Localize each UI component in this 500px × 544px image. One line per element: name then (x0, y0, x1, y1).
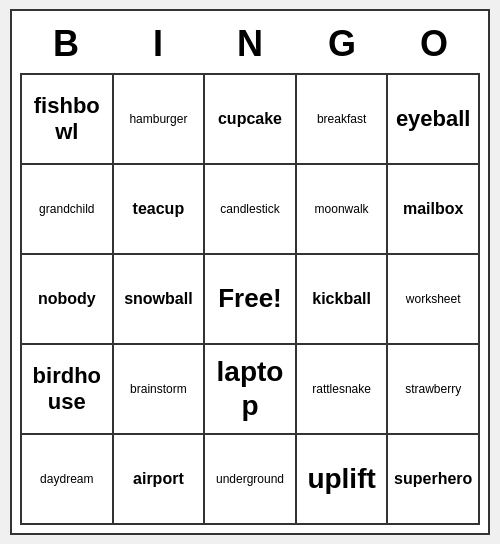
bingo-cell: daydream (22, 435, 114, 525)
cell-text: worksheet (406, 292, 461, 306)
bingo-cell: worksheet (388, 255, 480, 345)
bingo-cell: moonwalk (297, 165, 389, 255)
bingo-cell: brainstorm (114, 345, 206, 435)
bingo-cell: teacup (114, 165, 206, 255)
bingo-cell: kickball (297, 255, 389, 345)
cell-text: cupcake (218, 109, 282, 128)
cell-text: Free! (218, 283, 282, 314)
bingo-cell: rattlesnake (297, 345, 389, 435)
cell-text: snowball (124, 289, 192, 308)
cell-text: nobody (38, 289, 96, 308)
bingo-cell: Free! (205, 255, 297, 345)
bingo-cell: eyeball (388, 75, 480, 165)
bingo-cell: grandchild (22, 165, 114, 255)
cell-text: airport (133, 469, 184, 488)
cell-text: mailbox (403, 199, 463, 218)
cell-text: moonwalk (315, 202, 369, 216)
bingo-grid: fishbowlhamburgercupcakebreakfasteyeball… (20, 73, 480, 525)
header-letter: G (296, 19, 388, 69)
cell-text: rattlesnake (312, 382, 371, 396)
bingo-card: BINGO fishbowlhamburgercupcakebreakfaste… (10, 9, 490, 535)
cell-text: birdhouse (26, 363, 108, 416)
bingo-cell: underground (205, 435, 297, 525)
cell-text: superhero (394, 469, 472, 488)
bingo-cell: airport (114, 435, 206, 525)
bingo-cell: birdhouse (22, 345, 114, 435)
cell-text: fishbowl (26, 93, 108, 146)
cell-text: teacup (133, 199, 185, 218)
cell-text: kickball (312, 289, 371, 308)
bingo-cell: candlestick (205, 165, 297, 255)
header-letter: I (112, 19, 204, 69)
cell-text: eyeball (396, 106, 471, 132)
bingo-cell: breakfast (297, 75, 389, 165)
bingo-cell: snowball (114, 255, 206, 345)
bingo-cell: uplift (297, 435, 389, 525)
cell-text: breakfast (317, 112, 366, 126)
bingo-cell: nobody (22, 255, 114, 345)
bingo-cell: strawberry (388, 345, 480, 435)
bingo-cell: superhero (388, 435, 480, 525)
cell-text: daydream (40, 472, 93, 486)
cell-text: grandchild (39, 202, 94, 216)
header-letter: B (20, 19, 112, 69)
header-letter: O (388, 19, 480, 69)
header-letter: N (204, 19, 296, 69)
bingo-cell: hamburger (114, 75, 206, 165)
bingo-cell: cupcake (205, 75, 297, 165)
cell-text: laptop (209, 355, 291, 422)
bingo-cell: mailbox (388, 165, 480, 255)
cell-text: hamburger (129, 112, 187, 126)
cell-text: underground (216, 472, 284, 486)
cell-text: strawberry (405, 382, 461, 396)
cell-text: brainstorm (130, 382, 187, 396)
bingo-header: BINGO (20, 19, 480, 69)
cell-text: uplift (307, 462, 375, 496)
cell-text: candlestick (220, 202, 279, 216)
bingo-cell: fishbowl (22, 75, 114, 165)
bingo-cell: laptop (205, 345, 297, 435)
